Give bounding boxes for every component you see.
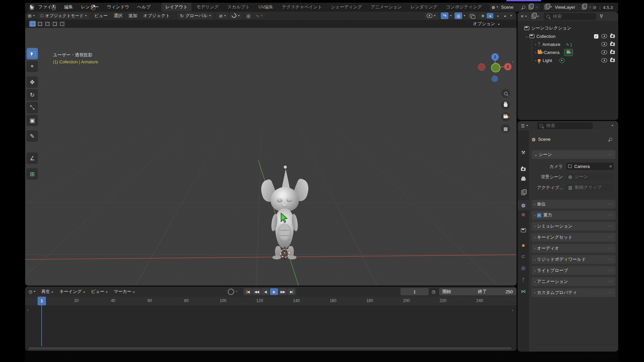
properties-tab-constraints[interactable]: ⊂ [518, 251, 529, 261]
section-ライトプローブ[interactable]: › ライトプローブ ∷∷ [532, 266, 615, 275]
playback-button-1[interactable]: ◀◀ [253, 288, 261, 295]
outliner-row-scene-collection[interactable]: シーンコレクション [518, 24, 618, 32]
proportional-edit-toggle[interactable]: ◎ [245, 12, 252, 19]
copy-datablock-icon[interactable] [529, 5, 533, 9]
playhead-box[interactable]: 1 [38, 297, 46, 305]
select-mode-new-button[interactable] [29, 21, 36, 27]
playback-button-2[interactable]: ◀ [261, 288, 269, 295]
viewport-menu[interactable]: オブジェクト [143, 13, 170, 19]
workspace-tab[interactable]: コンポジティング [442, 3, 486, 11]
playback-button-3[interactable]: ▶ [270, 288, 278, 295]
auto-keying-record-button[interactable] [228, 289, 234, 295]
viewlayer-name[interactable]: ViewLayer [555, 5, 575, 10]
gizmos-toggle[interactable]: ↷ [441, 12, 448, 19]
active-clip-field[interactable]: ▥ 動画クリップ [566, 184, 614, 191]
properties-tab-object-data[interactable]: ᛉ [518, 275, 529, 285]
menu-ヘルプ[interactable]: ヘルプ [137, 4, 151, 10]
properties-tab-tool[interactable]: ⚒ [518, 147, 529, 158]
preview-range-clock-icon[interactable]: ◷ [432, 289, 435, 294]
cursor-tool[interactable]: ⌖ [26, 61, 38, 72]
workspace-tab[interactable]: レイアウト [161, 3, 192, 11]
chevron-down-icon[interactable] [611, 125, 613, 126]
frame-end-field[interactable]: 終了 250 [475, 288, 516, 295]
editor-type-icon[interactable]: ⊞ [28, 13, 32, 18]
tool-options-dropdown[interactable]: オプション [473, 21, 500, 27]
shading-wireframe-button[interactable]: ⊕ [479, 13, 486, 18]
viewlayer-selector[interactable]: ViewLayer × [543, 4, 593, 11]
timeline-menu[interactable]: ビュー [91, 289, 108, 295]
region-collapse-arrow[interactable]: ‹ [512, 59, 514, 64]
snap-target-button[interactable]: ⊘ [217, 12, 228, 19]
viewport-canvas[interactable]: ユーザー・透視投影 (1) Collection | Armature ⌖ ✥ … [25, 28, 517, 286]
move-tool[interactable]: ✥ [26, 76, 38, 88]
select-mode-subtract-button[interactable] [44, 21, 51, 27]
playhead-line[interactable] [41, 305, 42, 346]
properties-tab-bone[interactable]: ⋈ [518, 286, 529, 296]
current-frame-field[interactable]: 1 [400, 288, 429, 295]
annotate-tool[interactable]: ✎ [26, 130, 38, 142]
mode-selector[interactable]: □ オブジェクトモード [38, 12, 89, 19]
properties-tab-world[interactable]: ⊕ [518, 209, 529, 220]
properties-tab-object[interactable]: ■ [518, 240, 529, 250]
expand-chevron-icon[interactable]: › [535, 58, 536, 62]
section-アニメーション[interactable]: › アニメーション ∷∷ [532, 277, 615, 286]
transform-orientation[interactable]: ↻ グローバル [178, 12, 213, 19]
select-mode-intersect-button[interactable] [59, 21, 65, 27]
rotate-tool[interactable]: ↻ [26, 89, 38, 101]
outliner-row-collection[interactable]: ⌄ Collection ✓ [518, 32, 618, 40]
channel-expand-icon[interactable]: › [27, 308, 29, 312]
gizmo-z-neg-axis[interactable] [491, 75, 498, 82]
outliner-row-light[interactable]: › Light [518, 56, 618, 64]
menu-レンダー[interactable]: レンダー [81, 4, 99, 10]
expand-chevron-icon[interactable]: › [535, 50, 536, 54]
zoom-nav-button[interactable] [501, 89, 510, 98]
section-カスタムプロパティ[interactable]: › カスタムプロパティ ∷∷ [532, 288, 615, 297]
falloff-dropdown[interactable]: ∿ [253, 12, 265, 19]
clear-icon[interactable]: × [609, 164, 612, 169]
background-scene-field[interactable]: ◍ シーン [566, 173, 614, 180]
visibility-dropdown[interactable] [424, 12, 438, 19]
render-visibility-icon[interactable] [610, 43, 615, 46]
render-visibility-icon[interactable] [610, 35, 615, 38]
box-select-tool[interactable] [26, 48, 38, 59]
add-cube-tool[interactable]: ⊞ [26, 168, 38, 180]
region-collapse-arrow[interactable]: ‹ [512, 308, 513, 312]
outliner-row-camera[interactable]: › Camera [518, 48, 618, 56]
section-重力[interactable]: › ✓ 重力 ∷∷ [532, 211, 615, 220]
display-mode-icon[interactable] [532, 14, 536, 19]
xray-toggle[interactable] [468, 12, 476, 19]
scene-selector[interactable]: ◍ Scene × [490, 4, 540, 11]
timeline-ruler[interactable]: 1 20406080100120140160180200220240 [25, 297, 517, 305]
eye-icon[interactable] [601, 50, 607, 54]
shading-rendered-button[interactable]: ◕ [501, 13, 508, 18]
gravity-checkbox[interactable]: ✓ [537, 213, 541, 218]
light-data-badge[interactable] [559, 58, 565, 63]
filter-mode-icon[interactable]: ≡ [521, 14, 524, 19]
workspace-tab[interactable]: テクスチャペイント [278, 3, 326, 11]
shading-material-button[interactable]: ◑ [494, 13, 501, 18]
collection-checkbox[interactable]: ✓ [594, 34, 598, 39]
playback-button-5[interactable]: ▶| [287, 288, 296, 295]
playback-button-0[interactable]: |◀ [244, 288, 252, 295]
horizontal-scrollbar[interactable] [29, 347, 512, 350]
properties-tab-physics[interactable]: ◎ [518, 263, 529, 273]
transform-tool[interactable]: ▣ [26, 115, 38, 126]
camera-prop-field[interactable]: Camera × [566, 163, 614, 170]
scene-name[interactable]: Scene [501, 5, 514, 10]
render-visibility-icon[interactable] [610, 51, 615, 54]
workspace-tab[interactable]: UV編集 [255, 3, 277, 11]
section-オーディオ[interactable]: › オーディオ ∷∷ [532, 244, 615, 253]
section-シミュレーション[interactable]: › シミュレーション ∷∷ [532, 222, 615, 231]
chevron-down-icon[interactable] [464, 15, 466, 16]
camera-data-badge[interactable] [564, 49, 573, 56]
chevron-down-icon[interactable] [510, 15, 512, 16]
workspace-tab[interactable]: シェーディング [327, 3, 366, 11]
timeline-tracks[interactable]: › ‹ [25, 305, 517, 351]
pin-icon[interactable] [608, 137, 613, 141]
section-リジッドボディワールド[interactable]: › リジッドボディワールド ∷∷ [532, 255, 615, 264]
editor-type-icon[interactable]: ☰ [521, 123, 525, 128]
workspace-tab[interactable]: アニメーション [367, 3, 406, 11]
expand-chevron-icon[interactable]: › [535, 42, 536, 46]
gizmo-y-axis[interactable] [491, 63, 500, 72]
workspace-tab[interactable]: モデリング [192, 3, 223, 11]
